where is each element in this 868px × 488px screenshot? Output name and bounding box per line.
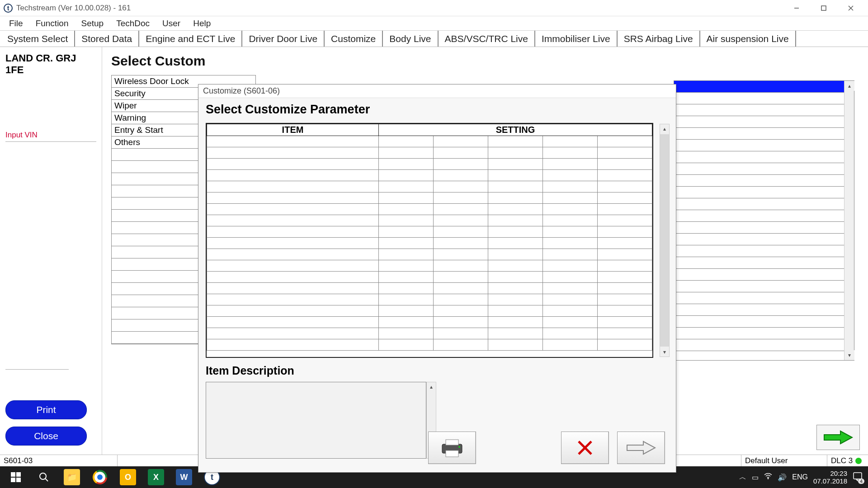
grid-row[interactable] xyxy=(674,339,854,351)
table-row[interactable] xyxy=(207,136,652,147)
menu-function[interactable]: Function xyxy=(29,17,75,30)
grid-row[interactable] xyxy=(674,93,854,104)
menu-setup[interactable]: Setup xyxy=(75,17,110,30)
table-row[interactable] xyxy=(207,226,652,238)
wifi-icon[interactable] xyxy=(764,473,772,481)
grid-row[interactable] xyxy=(674,210,854,222)
maximize-button[interactable] xyxy=(810,0,837,16)
titlebar: t Techstream (Ver 10.00.028) - 161 xyxy=(0,0,868,16)
tab-body-live[interactable]: Body Live xyxy=(383,31,438,47)
scrollbar-thumb[interactable] xyxy=(660,134,669,347)
svg-point-22 xyxy=(97,474,103,480)
grid-row[interactable] xyxy=(674,151,854,163)
svg-rect-14 xyxy=(11,478,15,482)
volume-icon[interactable]: 🔊 xyxy=(778,473,787,482)
table-row[interactable] xyxy=(207,192,652,204)
dialog-cancel-button[interactable] xyxy=(561,432,609,464)
search-button[interactable] xyxy=(30,466,58,488)
outlook-icon: O xyxy=(120,469,136,485)
tray-chevron-icon[interactable]: ︿ xyxy=(739,473,746,482)
grid-row[interactable] xyxy=(674,245,854,257)
grid-row[interactable] xyxy=(674,257,854,269)
battery-icon[interactable]: ▭ xyxy=(752,473,759,482)
tab-stored-data[interactable]: Stored Data xyxy=(75,31,139,47)
grid-row[interactable] xyxy=(674,140,854,151)
grid-row[interactable] xyxy=(674,328,854,339)
table-row[interactable] xyxy=(207,147,652,159)
file-explorer-button[interactable]: 📁 xyxy=(58,466,86,488)
grid-row[interactable] xyxy=(674,292,854,304)
tab-system-select[interactable]: System Select xyxy=(1,31,75,47)
grid-row[interactable] xyxy=(674,304,854,316)
table-row[interactable] xyxy=(207,159,652,170)
tab-immobiliser-live[interactable]: Immobiliser Live xyxy=(535,31,618,47)
notification-center-button[interactable]: 4 xyxy=(853,471,863,483)
scrollbar[interactable]: ▴ ▾ xyxy=(844,81,854,360)
table-row[interactable] xyxy=(207,215,652,226)
table-row[interactable] xyxy=(207,283,652,294)
close-button[interactable]: Close xyxy=(5,427,87,446)
table-row[interactable] xyxy=(207,317,652,328)
dialog-next-button[interactable] xyxy=(617,432,665,464)
close-window-button[interactable] xyxy=(837,0,864,16)
grid-row[interactable] xyxy=(674,128,854,140)
menu-techdoc[interactable]: TechDoc xyxy=(110,17,156,30)
scroll-down-icon[interactable]: ▾ xyxy=(844,350,854,360)
excel-button[interactable]: X xyxy=(142,466,170,488)
dialog-heading: Select Customize Parameter xyxy=(206,103,669,117)
tab-customize[interactable]: Customize xyxy=(325,31,383,47)
grid-row[interactable] xyxy=(674,163,854,175)
tab-abs-vsc-trc-live[interactable]: ABS/VSC/TRC Live xyxy=(439,31,535,47)
tab-srs-airbag-live[interactable]: SRS Airbag Live xyxy=(618,31,700,47)
table-row[interactable] xyxy=(207,181,652,192)
clock[interactable]: 20:23 07.07.2018 xyxy=(813,469,847,485)
table-row[interactable] xyxy=(207,260,652,272)
grid-row[interactable] xyxy=(674,175,854,187)
tab-engine-ect-live[interactable]: Engine and ECT Live xyxy=(139,31,242,47)
table-row[interactable] xyxy=(207,328,652,339)
right-data-grid[interactable]: ▴ ▾ xyxy=(674,80,854,361)
tab-driver-door-live[interactable]: Driver Door Live xyxy=(242,31,325,47)
svg-point-16 xyxy=(40,473,46,479)
table-row[interactable] xyxy=(207,204,652,215)
scroll-up-icon[interactable]: ▴ xyxy=(660,124,669,133)
grid-row[interactable] xyxy=(674,234,854,245)
outlook-button[interactable]: O xyxy=(114,466,142,488)
chrome-button[interactable] xyxy=(86,466,114,488)
tab-air-suspension-live[interactable]: Air suspension Live xyxy=(700,31,796,47)
scroll-down-icon[interactable]: ▾ xyxy=(660,347,669,357)
print-button[interactable]: Print xyxy=(5,400,87,419)
grid-row[interactable] xyxy=(674,198,854,210)
input-vin-link[interactable]: Input VIN xyxy=(5,131,96,140)
language-indicator[interactable]: ENG xyxy=(792,473,808,481)
grid-row[interactable] xyxy=(674,269,854,281)
menu-file[interactable]: File xyxy=(3,17,29,30)
start-button[interactable] xyxy=(2,466,30,488)
menu-help[interactable]: Help xyxy=(187,17,217,30)
parameter-grid[interactable]: ITEM SETTING xyxy=(206,123,653,358)
scroll-up-icon[interactable]: ▴ xyxy=(427,382,436,391)
table-row[interactable] xyxy=(207,305,652,317)
table-row[interactable] xyxy=(207,249,652,260)
table-row[interactable] xyxy=(207,238,652,249)
grid-row[interactable] xyxy=(674,104,854,116)
tabbar: System Select Stored Data Engine and ECT… xyxy=(0,31,868,47)
grid-row[interactable] xyxy=(674,222,854,234)
grid-row[interactable] xyxy=(674,81,854,93)
menu-user[interactable]: User xyxy=(156,17,187,30)
grid-row[interactable] xyxy=(674,316,854,328)
grid-row[interactable] xyxy=(674,116,854,128)
table-row[interactable] xyxy=(207,272,652,283)
dialog-print-button[interactable] xyxy=(428,432,476,464)
grid-row[interactable] xyxy=(674,281,854,292)
table-row[interactable] xyxy=(207,170,652,181)
word-button[interactable]: W xyxy=(170,466,198,488)
scroll-up-icon[interactable]: ▴ xyxy=(844,81,854,91)
next-button[interactable] xyxy=(816,425,860,450)
arrow-right-icon xyxy=(822,430,854,445)
grid-row[interactable] xyxy=(674,187,854,198)
table-row[interactable] xyxy=(207,294,652,305)
table-row[interactable] xyxy=(207,339,652,351)
scrollbar[interactable]: ▴ ▾ xyxy=(660,124,670,357)
minimize-button[interactable] xyxy=(783,0,810,16)
